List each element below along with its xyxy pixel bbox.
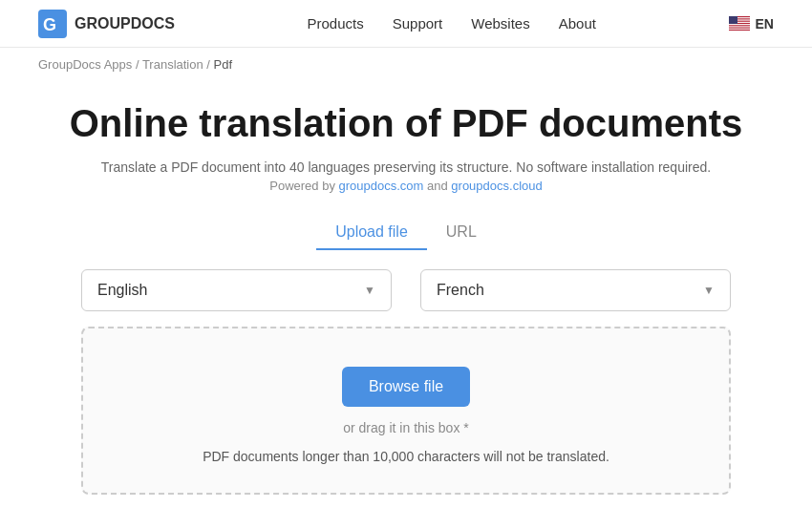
main-content: Online translation of PDF documents Tran… — [0, 81, 812, 508]
breadcrumb-sep2: / — [203, 57, 214, 72]
lang-code: EN — [756, 16, 774, 32]
svg-rect-8 — [729, 29, 750, 30]
svg-rect-6 — [729, 24, 750, 25]
header: G GROUPDOCS Products Support Websites Ab… — [0, 0, 812, 48]
source-lang-label: English — [97, 282, 147, 299]
groupdocs-cloud-link[interactable]: groupdocs.cloud — [451, 179, 542, 193]
logo-icon: G — [38, 10, 67, 38]
svg-rect-7 — [729, 26, 750, 27]
page-title: Online translation of PDF documents — [70, 100, 743, 146]
target-lang-arrow: ▼ — [703, 284, 715, 297]
breadcrumb-translation[interactable]: Translation — [142, 57, 203, 72]
powered-label: Powered by — [269, 179, 338, 193]
nav-products[interactable]: Products — [308, 15, 364, 32]
svg-text:G: G — [43, 15, 56, 34]
nav-support[interactable]: Support — [393, 15, 443, 32]
language-selectors: English ▼ French ▼ — [81, 269, 731, 311]
browse-file-button[interactable]: Browse file — [342, 367, 470, 407]
limit-text: PDF documents longer than 10,000 charact… — [102, 449, 710, 464]
logo[interactable]: G GROUPDOCS — [38, 10, 175, 38]
language-selector[interactable]: EN — [729, 16, 774, 32]
tab-upload[interactable]: Upload file — [316, 216, 427, 250]
breadcrumb-apps[interactable]: GroupDocs Apps — [38, 57, 132, 72]
breadcrumb-current: Pdf — [214, 57, 233, 72]
tab-url[interactable]: URL — [427, 216, 496, 250]
target-lang-label: French — [437, 282, 484, 299]
logo-text: GROUPDOCS — [75, 15, 175, 32]
svg-rect-9 — [729, 16, 737, 24]
target-language-select[interactable]: French ▼ — [420, 269, 731, 311]
main-nav: Products Support Websites About — [308, 15, 596, 32]
source-language-select[interactable]: English ▼ — [81, 269, 392, 311]
breadcrumb-sep1: / — [132, 57, 142, 72]
groupdocs-com-link[interactable]: groupdocs.com — [339, 179, 424, 193]
powered-by: Powered by groupdocs.com and groupdocs.c… — [269, 179, 542, 193]
source-lang-arrow: ▼ — [364, 284, 375, 297]
upload-box: Browse file or drag it in this box * PDF… — [81, 327, 731, 495]
powered-and: and — [423, 179, 451, 193]
drag-text: or drag it in this box * — [102, 420, 710, 435]
breadcrumb: GroupDocs Apps / Translation / Pdf — [0, 48, 812, 81]
flag-icon — [729, 16, 750, 31]
subtitle: Translate a PDF document into 40 languag… — [101, 159, 711, 175]
nav-websites[interactable]: Websites — [471, 15, 529, 32]
nav-about[interactable]: About — [559, 15, 596, 32]
tabs: Upload file URL — [316, 216, 496, 250]
